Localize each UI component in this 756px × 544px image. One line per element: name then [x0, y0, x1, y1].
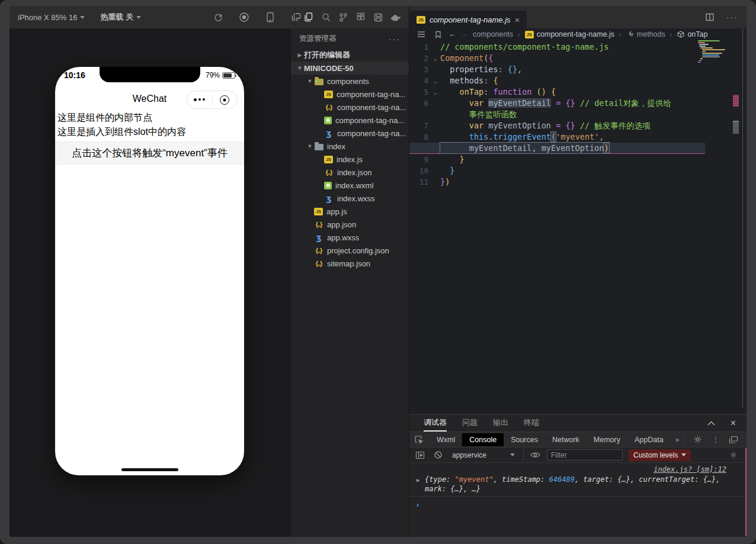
device-selector[interactable]: iPhone X 85% 16 — [18, 13, 85, 22]
console-prompt[interactable]: › — [409, 497, 747, 513]
record-icon[interactable] — [238, 11, 250, 23]
tree-item-label: app.js — [326, 207, 347, 216]
code-line-8[interactable]: 8 this.triggerEvent('myevent', — [409, 131, 705, 143]
dock-side-icon[interactable] — [728, 434, 739, 446]
code-line-9[interactable]: 9 } — [409, 154, 705, 165]
debugger-tab-3[interactable]: 终端 — [524, 415, 539, 432]
tab-component-tag-name-js[interactable]: JS component-tag-name.js × — [409, 11, 527, 28]
wxss-file-icon: ʒ — [314, 233, 323, 242]
code-line-6[interactable]: 6 var myEventDetail = {} // detail对象，提供给 — [409, 98, 705, 109]
editor-scrollbar[interactable] — [742, 28, 743, 407]
refresh-icon[interactable] — [212, 11, 224, 23]
code-area[interactable]: 1// components/component-tag-name.js2⌄Co… — [409, 41, 705, 188]
tree-item-index.json[interactable]: {..}index.json — [291, 166, 409, 179]
js-file-icon: JS — [417, 16, 425, 24]
tree-item-index.js[interactable]: JSindex.js — [291, 153, 409, 166]
expand-icon[interactable]: ▶ — [417, 475, 419, 485]
tree-item-MINICODE-50[interactable]: ▼MINICODE-50 — [291, 62, 409, 75]
tree-item-project.config.json[interactable]: {..}project.config.json — [291, 244, 409, 257]
debugger-tab-1[interactable]: 问题 — [462, 415, 478, 432]
bookmark-icon[interactable] — [432, 28, 444, 40]
source-control-icon[interactable] — [338, 11, 350, 23]
editor-more-actions[interactable]: ··· — [726, 12, 738, 22]
devtools-tab-bar: WxmlConsoleSourcesNetworkMemoryAppData »… — [409, 432, 747, 447]
code-line-2[interactable]: 2⌄Component({ — [409, 53, 705, 64]
minibar-home-button[interactable] — [213, 91, 238, 108]
inspect-element-icon[interactable] — [414, 434, 424, 446]
tree-item-app.wxss[interactable]: ʒapp.wxss — [291, 231, 409, 244]
code-line-1[interactable]: 1// components/component-tag-name.js — [409, 41, 705, 53]
eye-icon[interactable] — [523, 449, 541, 461]
explorer-more-actions[interactable]: ··· — [389, 34, 401, 44]
devtools-tab-network[interactable]: Network — [545, 433, 587, 446]
tree-item-app.js[interactable]: JSapp.js — [291, 205, 409, 218]
console-log: index.js? [sm]:12 ▶{type: "myevent", tim… — [409, 463, 747, 513]
custom-levels-label: Custom levels — [633, 451, 678, 459]
tree-item-label: project.config.json — [327, 246, 389, 255]
tree-item-component-tag-na...[interactable]: ⊕component-tag-na... — [291, 114, 409, 127]
tree-item-index[interactable]: ▼index — [291, 140, 409, 153]
devtools-tab-appdata[interactable]: AppData — [627, 433, 671, 446]
filter-input[interactable] — [547, 449, 623, 461]
tree-item-index.wxss[interactable]: ʒindex.wxss — [291, 192, 409, 205]
tree-item-component-tag-na...[interactable]: JScomponent-tag-na... — [291, 88, 409, 101]
more-menu-button[interactable] — [187, 91, 212, 108]
file-explorer: 资源管理器 ··· ▶打开的编辑器▼MINICODE-50▼components… — [290, 28, 409, 537]
devtools-settings-icon[interactable] — [691, 434, 703, 446]
log-entry[interactable]: ▶{type: "myevent", timeStamp: 646489, ta… — [409, 463, 747, 497]
tree-item-label: index.js — [337, 155, 363, 164]
devtools-tab-memory[interactable]: Memory — [587, 433, 627, 446]
tree-item-component-tag-na...[interactable]: ʒcomponent-tag-na... — [291, 127, 409, 140]
breadcrumb-file[interactable]: JS component-tag-name.js — [525, 30, 614, 38]
teapot-plugin-icon[interactable] — [390, 11, 402, 23]
console-settings-icon[interactable] — [730, 449, 742, 461]
debugger-tab-0[interactable]: 调试器 — [424, 415, 447, 432]
extensions-icon[interactable] — [355, 11, 367, 23]
custom-levels-button[interactable]: Custom levels — [629, 449, 691, 461]
hot-reload-toggle[interactable]: 热重载 关 — [100, 12, 141, 22]
breadcrumb-methods[interactable]: methods — [626, 30, 665, 38]
collapse-panel-icon[interactable] — [706, 417, 717, 429]
devtools-tab-sources[interactable]: Sources — [504, 433, 545, 446]
clear-console-icon[interactable] — [432, 449, 444, 461]
close-panel-icon[interactable]: × — [731, 418, 736, 429]
breadcrumb-components[interactable]: components — [473, 30, 513, 38]
breadcrumb-ontap[interactable]: onTap — [677, 30, 707, 38]
trigger-myevent-button[interactable]: 点击这个按钮将触发“myevent”事件 — [55, 141, 244, 165]
chevron-down-icon — [681, 453, 686, 456]
code-line-3[interactable]: 3 properties: {}, — [409, 64, 705, 75]
save-icon[interactable] — [373, 11, 385, 23]
tree-item-sitemap.json[interactable]: {..}sitemap.json — [291, 257, 409, 270]
context-selector[interactable]: appservice — [450, 451, 517, 459]
devtools-tab-console[interactable]: Console — [462, 433, 504, 446]
tree-item-components[interactable]: ▼components — [291, 75, 409, 88]
tree-item--[interactable]: ▶打开的编辑器 — [291, 49, 409, 62]
hot-reload-label: 热重载 关 — [100, 12, 133, 22]
devtools-tab-wxml[interactable]: Wxml — [430, 433, 462, 446]
code-line-5[interactable]: 5⌄ onTap: function () { — [409, 86, 705, 98]
code-editor: ← → components › JS component-tag-name.j… — [409, 28, 747, 414]
files-icon[interactable] — [303, 11, 315, 23]
close-tab-icon[interactable]: × — [515, 15, 520, 24]
console-scrollbar[interactable] — [745, 448, 747, 536]
more-tabs-chevron[interactable]: » — [672, 436, 683, 444]
phone-preview-icon[interactable] — [264, 11, 276, 23]
code-line-wrap[interactable]: 事件监听函数 — [409, 109, 705, 120]
search-icon[interactable] — [320, 11, 332, 23]
debugger-tab-2[interactable]: 输出 — [493, 415, 508, 432]
code-line-4[interactable]: 4⌄ methods: { — [409, 75, 705, 86]
code-line-10[interactable]: 10 } — [409, 165, 705, 176]
outline-list-icon[interactable] — [415, 28, 427, 40]
code-line-11[interactable]: 11}) — [409, 176, 705, 188]
devtools-menu-icon[interactable]: ⋮ — [712, 435, 719, 444]
code-line-wrap[interactable]: myEventDetail, myEventOption) — [409, 143, 705, 154]
nav-back-icon[interactable]: ← — [449, 30, 456, 38]
tree-item-app.json[interactable]: {..}app.json — [291, 218, 409, 231]
console-sidebar-icon[interactable] — [414, 449, 426, 461]
code-line-7[interactable]: 7 var myEventOption = {} // 触发事件的选项 — [409, 120, 705, 131]
breadcrumb: ← → components › JS component-tag-name.j… — [409, 28, 747, 40]
split-editor-icon[interactable] — [704, 11, 716, 23]
tree-item-index.wxml[interactable]: ⊕index.wxml — [291, 179, 409, 192]
tree-item-component-tag-na...[interactable]: {..}component-tag-na... — [291, 101, 409, 114]
minimap[interactable] — [698, 40, 729, 63]
